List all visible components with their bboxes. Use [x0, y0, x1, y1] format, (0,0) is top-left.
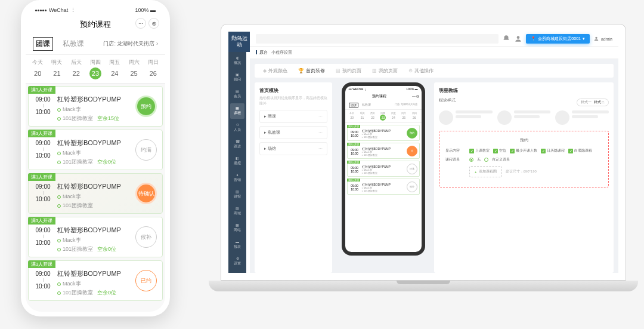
action-button[interactable]: 候补 [135, 226, 157, 248]
action-button[interactable]: 待确认 [135, 183, 157, 204]
target-icon[interactable]: ◎ [148, 18, 159, 29]
content-tabs: ◆外观颜色🏆首页装修▤预约页面▥我的页面⚙其他操作 [255, 64, 614, 78]
calendar-day[interactable]: 周四23 [86, 59, 105, 79]
class-card[interactable]: 满3人开课 09:0010:00 杠铃塑形BODYPUMPMack李101团操教… [28, 173, 163, 214]
checkbox[interactable]: ✓ [541, 149, 546, 153]
sidebar-item[interactable]: ▨商城 [230, 204, 244, 219]
user-icon[interactable] [514, 35, 522, 43]
action-button[interactable]: 已约 [135, 270, 157, 291]
notification-icon[interactable] [502, 35, 510, 43]
breadcrumb: 原台 小程序设置 [250, 47, 618, 59]
sidebar-item[interactable]: ☎跟进 [230, 137, 244, 152]
module-item[interactable]: ▸ 团课⋯ [259, 110, 327, 123]
content-tab[interactable]: ◆外观颜色 [263, 67, 287, 74]
module-item[interactable]: ▸ 私教课⋯ [259, 126, 327, 139]
admin-sidebar: ◐概况▣顾问▤会员▦课程⚇人员☎跟进◧播报♦营销▥财报▨商城▩网站▬报表⚙设置 [228, 52, 246, 273]
module-item[interactable]: ▸ 场馆⋯ [259, 142, 327, 155]
phone-status-bar: WeChat⋮ 100% ▬ [26, 5, 165, 16]
content-tab[interactable]: ⚙其他操作 [408, 67, 434, 74]
search-input[interactable] [256, 34, 499, 44]
phone-page-title: 预约课程 ⋯◎ [26, 16, 165, 33]
action-button[interactable]: 约满 [135, 139, 157, 161]
sidebar-item[interactable]: ▤会员 [230, 87, 244, 102]
class-card[interactable]: 满3人开课 09:0010:00 杠铃塑形BODYPUMPMack李101团操教… [28, 86, 163, 127]
checkbox[interactable]: ✓ [493, 149, 498, 153]
style-toggle[interactable]: 样式一样式二 [577, 99, 609, 106]
add-image-button[interactable]: +添加课程图 [469, 166, 502, 177]
class-card[interactable]: 满3人开课 09:0010:00 杠铃塑形BODYPUMPMack李101团操教… [28, 130, 163, 170]
checkbox[interactable]: ✓ [568, 149, 573, 153]
laptop-mockup: 勤鸟运动 ◐概况▣顾问▤会员▦课程⚇人员☎跟进◧播报♦营销▥财报▨商城▩网站▬报… [221, 24, 626, 299]
location-badge[interactable]: 📍会所商城建设街店0001▾ [526, 34, 590, 44]
sidebar-item[interactable]: ⚙设置 [230, 254, 244, 269]
sidebar-item[interactable]: ▣顾问 [230, 70, 244, 85]
svg-point-0 [517, 36, 520, 39]
calendar-day[interactable]: 后天22 [67, 59, 86, 79]
brand-logo: 勤鸟运动 [228, 32, 250, 52]
checkbox[interactable]: ✓ [510, 149, 515, 153]
tab-private-class[interactable]: 私教课 [60, 38, 86, 50]
settings-panel: 明星教练 模块样式 样式一样式二 [434, 82, 614, 273]
svg-point-1 [595, 37, 597, 39]
calendar-day[interactable]: 周六25 [124, 59, 143, 79]
content-tab[interactable]: 🏆首页装修 [298, 67, 325, 74]
radio-custom[interactable] [484, 158, 488, 162]
booking-settings: 预约 显示内容 ✓上课教室✓空位✓最少开课人数✓日历隐课程✓白底隐课程 课程背景… [439, 131, 609, 187]
sidebar-item[interactable]: ▬报表 [230, 237, 244, 253]
content-tab[interactable]: ▤预约页面 [336, 67, 361, 74]
sidebar-item[interactable]: ◐概况 [230, 53, 244, 69]
class-card[interactable]: 满3人开课 09:0010:00 杠铃塑形BODYPUMPMack李101团操教… [28, 260, 163, 301]
sidebar-item[interactable]: ♦营销 [230, 170, 244, 186]
wifi-icon: ⋮ [70, 7, 76, 13]
tab-group-class[interactable]: 团课 [33, 37, 53, 51]
admin-user[interactable]: admin [593, 36, 612, 42]
class-type-tabs: 团课 私教课 门店: 龙湖时代天街店 › [26, 33, 165, 55]
class-card[interactable]: 满3人开课 09:0010:00 杠铃塑形BODYPUMPMack李101团操教… [28, 217, 163, 257]
location-icon: 📍 [531, 36, 536, 41]
sidebar-item[interactable]: ▦课程 [230, 103, 244, 119]
module-panel: 首页模块 拖动模块排列优先顺序显示，商品静态模块除外 ▸ 团课⋯▸ 私教课⋯▸ … [255, 82, 332, 273]
checkbox[interactable]: ✓ [469, 149, 474, 153]
sidebar-item[interactable]: ▥财报 [230, 187, 244, 202]
preview-panel: ••• WeChat ⋮100% ▬ 预约课程 ⋯ ◎ 团课 私教课 门店: 龙… [337, 82, 429, 273]
class-list[interactable]: 满3人开课 09:0010:00 杠铃塑形BODYPUMPMack李101团操教… [26, 84, 165, 312]
calendar-day[interactable]: 今天20 [28, 59, 47, 79]
action-button[interactable]: 预约 [135, 96, 157, 117]
sidebar-item[interactable]: ◧播报 [230, 153, 244, 169]
phone-mockup: WeChat⋮ 100% ▬ 预约课程 ⋯◎ 团课 私教课 门店: 龙湖时代天街… [21, 0, 170, 316]
sidebar-item[interactable]: ▩网站 [230, 220, 244, 236]
date-selector: 今天20明天21后天22周四23周五24周六25周日26 [26, 55, 165, 84]
radio-none[interactable] [469, 158, 473, 162]
sidebar-item[interactable]: ⚇人员 [230, 120, 244, 136]
calendar-day[interactable]: 周日26 [144, 59, 163, 79]
calendar-day[interactable]: 明天21 [47, 59, 66, 79]
more-icon[interactable]: ⋯ [135, 18, 146, 29]
store-selector[interactable]: 门店: 龙湖时代天街店 › [103, 40, 158, 48]
chevron-down-icon: ▾ [583, 36, 585, 41]
admin-topbar: 📍会所商城建设街店0001▾ admin [250, 32, 618, 47]
content-tab[interactable]: ▥我的页面 [372, 67, 398, 74]
calendar-day[interactable]: 周五24 [105, 59, 124, 79]
